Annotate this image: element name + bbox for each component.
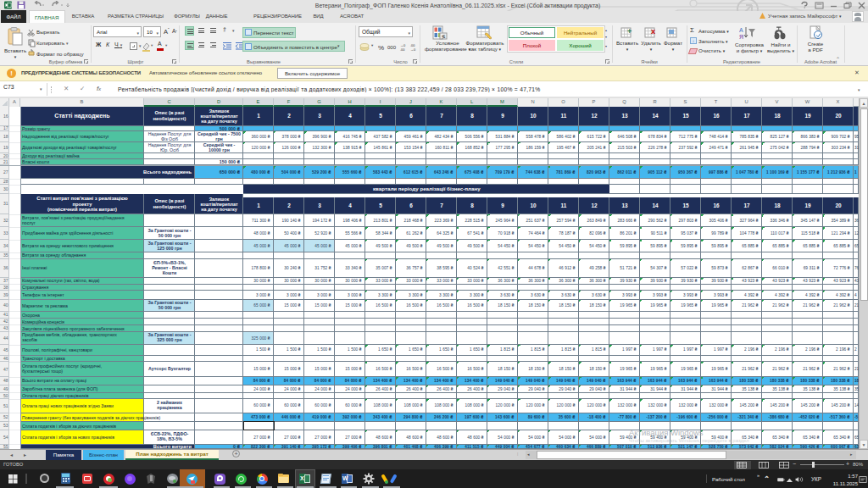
- svg-text:→0: →0: [410, 47, 416, 52]
- svg-text:▾: ▾: [371, 43, 374, 47]
- svg-text:000: 000: [387, 45, 397, 50]
- svg-text:%: %: [378, 44, 384, 52]
- svg-text:x: x: [651, 27, 655, 36]
- svg-text:.00: .00: [400, 47, 405, 52]
- svg-text:Я: Я: [739, 34, 743, 40]
- svg-text:А: А: [739, 27, 743, 33]
- svg-text:+: +: [627, 27, 632, 36]
- svg-text:≶: ≶: [442, 34, 446, 39]
